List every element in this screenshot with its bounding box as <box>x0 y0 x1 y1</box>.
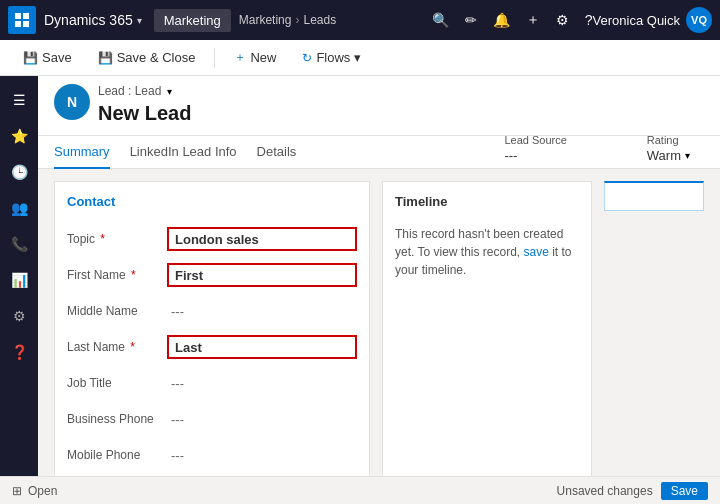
mobile-phone-label: Mobile Phone <box>67 448 167 462</box>
middle-name-row: Middle Name --- <box>67 297 357 325</box>
user-profile[interactable]: Veronica Quick VQ <box>593 7 712 33</box>
job-title-value[interactable]: --- <box>167 374 357 393</box>
sidebar-contacts-icon[interactable]: 👥 <box>3 192 35 224</box>
open-label[interactable]: Open <box>28 484 57 498</box>
sidebar-phone-icon[interactable]: 📞 <box>3 228 35 260</box>
rating-value: Warm <box>647 148 681 163</box>
open-icon: ⊞ <box>12 484 22 498</box>
tab-details[interactable]: Details <box>257 136 297 169</box>
record-title: New Lead <box>98 102 191 125</box>
search-icon[interactable]: 🔍 <box>432 12 449 28</box>
business-phone-label: Business Phone <box>67 412 167 426</box>
record-type-chevron: ▾ <box>167 86 172 97</box>
svg-rect-0 <box>15 13 21 19</box>
record-header: N Lead : Lead ▾ New Lead Lead Source --- <box>38 76 720 136</box>
sidebar-recent-icon[interactable]: 🕒 <box>3 156 35 188</box>
tab-summary[interactable]: Summary <box>54 136 110 169</box>
app-name: Dynamics 365 <box>44 12 133 28</box>
flows-button[interactable]: ↻ Flows ▾ <box>291 45 372 70</box>
nav-icons: 🔍 ✏ 🔔 ＋ ⚙ ? <box>432 11 593 29</box>
lead-source-field: Lead Source --- <box>504 134 566 163</box>
job-title-row: Job Title --- <box>67 369 357 397</box>
record-meta: Lead Source --- Rating Warm ▾ <box>504 134 690 163</box>
nav-module[interactable]: Marketing <box>154 9 231 32</box>
breadcrumb: Marketing › Leads <box>239 13 336 27</box>
content-area: Contact Topic * London sales First Name … <box>38 169 720 476</box>
main-content: N Lead : Lead ▾ New Lead Lead Source --- <box>38 76 720 476</box>
bottom-bar: ⊞ Open Unsaved changes Save <box>0 476 720 504</box>
unsaved-section: Unsaved changes Save <box>557 482 708 500</box>
svg-rect-2 <box>15 21 21 27</box>
topic-row: Topic * London sales <box>67 225 357 253</box>
rating-label: Rating <box>647 134 690 146</box>
save-button[interactable]: 💾 Save <box>12 45 83 70</box>
business-phone-value[interactable]: --- <box>167 410 357 429</box>
add-icon[interactable]: ＋ <box>526 11 540 29</box>
settings-icon[interactable]: ⚙ <box>556 12 569 28</box>
header-row: N Lead : Lead ▾ New Lead Lead Source --- <box>54 84 704 125</box>
business-phone-row: Business Phone --- <box>67 405 357 433</box>
breadcrumb-sep: › <box>295 13 299 27</box>
svg-rect-3 <box>23 21 29 27</box>
contact-form-card: Contact Topic * London sales First Name … <box>54 181 370 476</box>
last-name-label: Last Name * <box>67 340 167 354</box>
bottom-save-button[interactable]: Save <box>661 482 708 500</box>
page-layout: ☰ ⭐ 🕒 👥 📞 📊 ⚙ ❓ N Lead : Lead ▾ New Lead <box>0 76 720 476</box>
mobile-phone-value[interactable]: --- <box>167 446 357 465</box>
last-name-field[interactable]: Last <box>167 335 357 359</box>
contact-card-title: Contact <box>67 194 357 213</box>
breadcrumb-marketing[interactable]: Marketing <box>239 13 292 27</box>
timeline-save-link[interactable]: save <box>524 245 549 259</box>
record-type-row: Lead : Lead ▾ <box>98 84 191 98</box>
flows-chevron: ▾ <box>354 50 361 65</box>
app-chevron: ▾ <box>137 15 142 26</box>
flows-label: Flows <box>316 50 350 65</box>
record-avatar: N <box>54 84 90 120</box>
right-panel <box>604 181 704 476</box>
svg-rect-1 <box>23 13 29 19</box>
sidebar-help-icon[interactable]: ❓ <box>3 336 35 368</box>
sidebar-settings-icon[interactable]: ⚙ <box>3 300 35 332</box>
app-grid-icon[interactable] <box>8 6 36 34</box>
new-icon: ＋ <box>234 49 246 66</box>
record-type-text: Lead : Lead <box>98 84 161 98</box>
unsaved-label: Unsaved changes <box>557 484 653 498</box>
job-title-label: Job Title <box>67 376 167 390</box>
user-avatar: VQ <box>686 7 712 33</box>
first-name-field[interactable]: First <box>167 263 357 287</box>
right-panel-box <box>604 181 704 211</box>
mobile-phone-row: Mobile Phone --- <box>67 441 357 469</box>
flows-icon: ↻ <box>302 51 312 65</box>
middle-name-value[interactable]: --- <box>167 302 357 321</box>
notification-icon[interactable]: 🔔 <box>493 12 510 28</box>
new-button[interactable]: ＋ New <box>223 44 287 71</box>
new-label: New <box>250 50 276 65</box>
sidebar-chart-icon[interactable]: 📊 <box>3 264 35 296</box>
left-sidebar: ☰ ⭐ 🕒 👥 📞 📊 ⚙ ❓ <box>0 76 38 476</box>
lead-source-label: Lead Source <box>504 134 566 146</box>
save-icon: 💾 <box>23 51 38 65</box>
top-nav-bar: Dynamics 365 ▾ Marketing Marketing › Lea… <box>0 0 720 40</box>
tab-linkedin[interactable]: LinkedIn Lead Info <box>130 136 237 169</box>
save-close-icon: 💾 <box>98 51 113 65</box>
first-name-row: First Name * First <box>67 261 357 289</box>
sidebar-nav-icon[interactable]: ☰ <box>3 84 35 116</box>
toolbar: 💾 Save 💾 Save & Close ＋ New ↻ Flows ▾ <box>0 40 720 76</box>
timeline-card: Timeline This record hasn't been created… <box>382 181 592 476</box>
rating-field: Rating Warm ▾ <box>647 134 690 163</box>
timeline-title: Timeline <box>395 194 579 213</box>
first-name-label: First Name * <box>67 268 167 282</box>
breadcrumb-leads[interactable]: Leads <box>303 13 336 27</box>
lead-source-value: --- <box>504 148 566 163</box>
topic-field[interactable]: London sales <box>167 227 357 251</box>
save-close-label: Save & Close <box>117 50 196 65</box>
help-icon[interactable]: ? <box>585 12 593 28</box>
sidebar-favorites-icon[interactable]: ⭐ <box>3 120 35 152</box>
timeline-message: This record hasn't been created yet. To … <box>395 225 579 279</box>
save-label: Save <box>42 50 72 65</box>
rating-chevron[interactable]: ▾ <box>685 150 690 161</box>
last-name-row: Last Name * Last <box>67 333 357 361</box>
save-close-button[interactable]: 💾 Save & Close <box>87 45 207 70</box>
toolbar-separator <box>214 48 215 68</box>
edit-icon[interactable]: ✏ <box>465 12 477 28</box>
